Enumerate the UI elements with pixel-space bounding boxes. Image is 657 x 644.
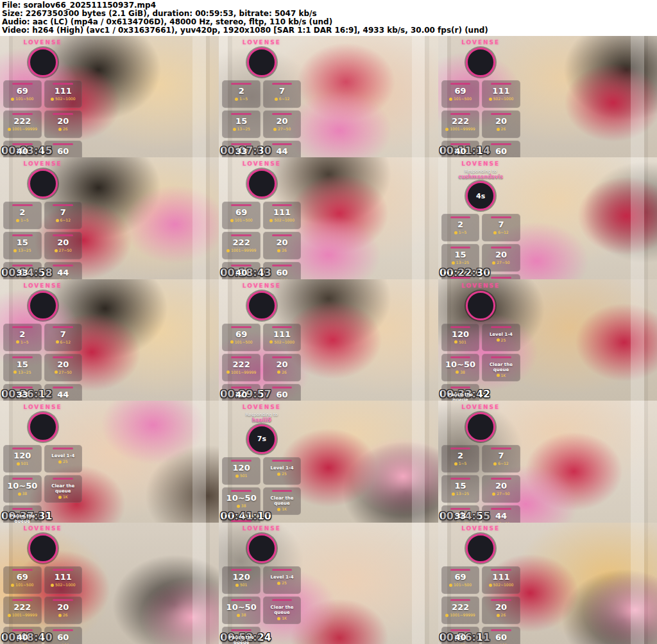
tip-tile: 4078 — [441, 627, 479, 644]
tip-tile: Level 1-425 — [263, 566, 301, 594]
tile-header-bar — [272, 113, 293, 115]
tip-tile: 2221001~99999 — [222, 354, 260, 381]
coin-icon — [230, 340, 234, 344]
responding-to-username: cushmaandavis — [441, 174, 520, 180]
tile-token-range: 1~5 — [223, 96, 259, 101]
tip-menu-tiles: 21~576~121513~252027~503351~774479~99 — [3, 202, 82, 279]
tip-tile: 4078 — [3, 627, 41, 644]
video-thumbnail[interactable]: LOVENSE Responding to cushmaandavis 4s 2… — [438, 157, 657, 279]
tile-value: 40 — [442, 633, 479, 642]
tip-tile: 69101~500 — [3, 80, 41, 108]
tile-value: 222 — [442, 117, 479, 126]
tile-token-range: 502~1000 — [482, 96, 519, 101]
tile-header-bar — [231, 113, 252, 115]
tile-value: 120 — [4, 451, 40, 460]
tile-value: 60 — [482, 147, 519, 156]
tile-token-range: 13~25 — [442, 491, 479, 496]
video-thumbnail[interactable]: LOVENSE 120501Level 1-42510~5038Clear th… — [219, 523, 438, 644]
video-thumbnail[interactable]: LOVENSE Responding to haalii9 7s 120501L… — [219, 401, 438, 522]
tip-tile: 1513~25 — [222, 110, 260, 138]
coin-icon — [11, 98, 14, 101]
tip-tile: 3351~77 — [441, 274, 479, 279]
timer-badge — [247, 48, 277, 77]
tip-menu-tiles: 21~576~121513~252027~503351~774479~99 — [222, 80, 301, 158]
tile-value: 44 — [45, 390, 81, 399]
coin-icon — [235, 474, 239, 478]
video-thumbnail[interactable]: LOVENSE 21~576~121513~252027~503351~7744… — [219, 36, 438, 157]
coin-icon — [269, 340, 273, 344]
tip-tile: 76~12 — [44, 202, 82, 229]
tile-header-bar — [231, 234, 252, 236]
coin-icon — [58, 460, 62, 464]
tile-value: 15 — [4, 238, 40, 247]
tip-tile: 3351~77 — [3, 384, 41, 401]
tile-value: 222 — [223, 238, 259, 247]
coin-icon — [456, 370, 459, 374]
tile-token-range: 78 — [223, 278, 259, 279]
tip-tile: 111502~1000 — [482, 80, 520, 108]
tile-value: 2 — [442, 220, 479, 229]
timer-badge — [28, 534, 58, 563]
coin-icon — [277, 473, 280, 476]
video-thumbnail[interactable]: LOVENSE 69101~500111502~10002221001~9999… — [438, 36, 657, 157]
tip-menu-overlay: LOVENSE 69101~500111502~10002221001~9999… — [441, 39, 520, 158]
tile-token-range: 26 — [45, 126, 81, 132]
timer-badge — [466, 291, 495, 320]
coin-icon — [489, 98, 492, 101]
tip-tile: Clear the queue1K — [263, 487, 301, 515]
tile-header-bar — [450, 387, 471, 388]
video-thumbnail[interactable]: LOVENSE 69101~500111502~10002221001~9999… — [219, 279, 438, 401]
tile-token-range: 501 — [223, 473, 259, 478]
coin-icon — [492, 492, 495, 496]
tile-value: 15 — [223, 117, 259, 126]
video-thumbnail[interactable]: LOVENSE 120501Level 1-42510~5038Clear th… — [0, 401, 219, 522]
tip-tile: 1513~25 — [441, 244, 479, 272]
tile-token-range: 1K — [264, 616, 300, 621]
video-thumbnail[interactable]: LOVENSE 21~576~121513~252027~503351~7744… — [0, 157, 219, 279]
video-thumbnail[interactable]: LOVENSE 69101~500111502~10002221001~9999… — [438, 523, 657, 644]
tile-token-range: 501 — [223, 582, 259, 587]
tile-header-bar — [231, 460, 252, 462]
video-thumbnail[interactable]: LOVENSE 21~576~121513~252027~503351~7744… — [438, 401, 657, 522]
tip-tile: 10~5038 — [222, 596, 260, 624]
tile-value: 60 — [482, 633, 519, 642]
tile-header-bar — [231, 143, 252, 145]
tile-header-bar — [231, 265, 252, 266]
tile-header-bar — [53, 569, 73, 571]
tip-menu-tiles: 21~576~121513~252027~503351~774479~99 — [441, 445, 520, 523]
tile-token-range: 51~77 — [4, 400, 40, 401]
video-line: Video: h264 (High) (avc1 / 0x31637661), … — [2, 26, 657, 35]
tile-header-bar — [450, 83, 471, 85]
coin-icon — [454, 231, 457, 234]
tile-header-bar — [491, 599, 511, 601]
tile-value: 20 — [482, 117, 519, 126]
video-thumbnail[interactable]: LOVENSE 69101~500111502~10002221001~9999… — [219, 157, 438, 279]
tile-token-range: 502~1000 — [264, 340, 300, 345]
tile-token-range: 501 — [4, 461, 40, 466]
tile-value: 44 — [264, 147, 300, 156]
coin-icon — [449, 98, 452, 101]
tile-value: 33 — [223, 147, 259, 156]
tip-tile: 4479~99 — [44, 262, 82, 279]
tip-menu-overlay: LOVENSE 21~576~121513~252027~503351~7744… — [222, 39, 301, 158]
tip-tile: 2027~50 — [263, 110, 301, 138]
coin-icon — [273, 128, 277, 131]
coin-icon — [452, 261, 455, 265]
tip-tile: 1513~25 — [3, 354, 41, 381]
video-thumbnail[interactable]: LOVENSE 21~576~121513~252027~503351~7744… — [0, 279, 219, 401]
tile-header-bar — [12, 508, 33, 510]
tile-value: 20 — [482, 603, 519, 612]
tile-token-range: 101~500 — [4, 96, 40, 101]
tile-token-range: 25 — [264, 471, 300, 476]
tile-header-bar — [53, 478, 73, 480]
tip-tile: 10~5038 — [222, 487, 260, 515]
coin-icon — [493, 231, 497, 234]
video-thumbnail[interactable]: LOVENSE 120501Level 1-42510~5038Clear th… — [438, 279, 657, 401]
tile-token-range: 27~50 — [482, 260, 519, 265]
tile-header-bar — [53, 204, 73, 206]
lovense-label: LOVENSE — [441, 39, 520, 46]
video-thumbnail[interactable]: LOVENSE 69101~500111502~10002221001~9999… — [0, 36, 219, 157]
coin-icon — [277, 582, 280, 585]
responding-to: Responding to haalii9 — [222, 412, 301, 423]
video-thumbnail[interactable]: LOVENSE 69101~500111502~10002221001~9999… — [0, 523, 219, 644]
